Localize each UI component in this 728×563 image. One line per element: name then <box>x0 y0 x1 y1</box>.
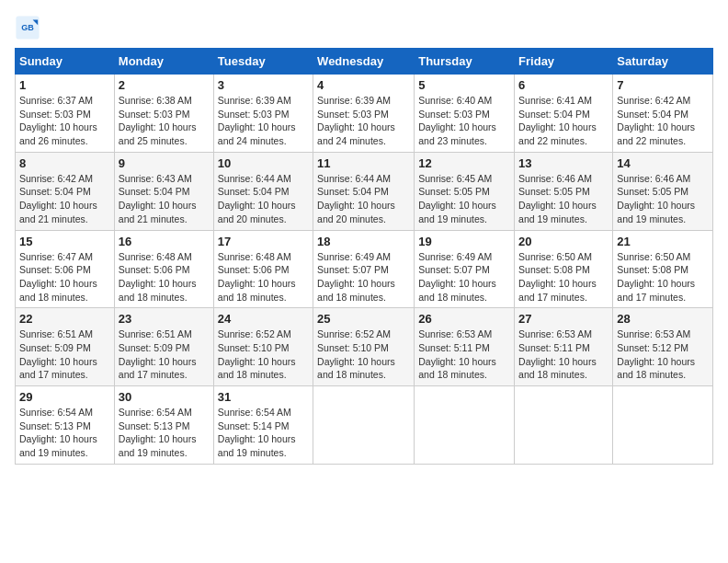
col-monday: Monday <box>114 49 213 75</box>
col-thursday: Thursday <box>415 49 515 75</box>
col-saturday: Saturday <box>613 49 713 75</box>
calendar-day-cell: 16Sunrise: 6:48 AMSunset: 5:06 PMDayligh… <box>114 230 213 308</box>
calendar-day-cell: 23Sunrise: 6:51 AMSunset: 5:09 PMDayligh… <box>114 308 213 386</box>
calendar-week-row: 1Sunrise: 6:37 AMSunset: 5:03 PMDaylight… <box>16 75 713 153</box>
col-friday: Friday <box>515 49 613 75</box>
calendar-day-cell: 17Sunrise: 6:48 AMSunset: 5:06 PMDayligh… <box>213 230 313 308</box>
calendar-week-row: 29Sunrise: 6:54 AMSunset: 5:13 PMDayligh… <box>16 386 713 465</box>
svg-text:GB: GB <box>21 23 34 32</box>
calendar-day-cell: 5Sunrise: 6:40 AMSunset: 5:03 PMDaylight… <box>415 75 515 153</box>
calendar-day-cell: 27Sunrise: 6:53 AMSunset: 5:11 PMDayligh… <box>515 308 613 386</box>
header-row: Sunday Monday Tuesday Wednesday Thursday… <box>16 49 713 75</box>
calendar-day-cell: 28Sunrise: 6:53 AMSunset: 5:12 PMDayligh… <box>613 308 713 386</box>
calendar-day-cell: 3Sunrise: 6:39 AMSunset: 5:03 PMDaylight… <box>213 75 313 153</box>
calendar-week-row: 22Sunrise: 6:51 AMSunset: 5:09 PMDayligh… <box>16 308 713 386</box>
empty-day-cell <box>515 386 613 465</box>
calendar-day-cell: 14Sunrise: 6:46 AMSunset: 5:05 PMDayligh… <box>613 152 713 230</box>
calendar-day-cell: 26Sunrise: 6:53 AMSunset: 5:11 PMDayligh… <box>415 308 515 386</box>
calendar-day-cell: 7Sunrise: 6:42 AMSunset: 5:04 PMDaylight… <box>613 75 713 153</box>
empty-day-cell <box>313 386 415 465</box>
logo-icon: GB <box>15 15 40 40</box>
calendar-day-cell: 13Sunrise: 6:46 AMSunset: 5:05 PMDayligh… <box>515 152 613 230</box>
calendar-day-cell: 10Sunrise: 6:44 AMSunset: 5:04 PMDayligh… <box>213 152 313 230</box>
calendar-day-cell: 30Sunrise: 6:54 AMSunset: 5:13 PMDayligh… <box>114 386 213 465</box>
calendar-day-cell: 2Sunrise: 6:38 AMSunset: 5:03 PMDaylight… <box>114 75 213 153</box>
page-header: GB <box>15 15 713 40</box>
calendar-day-cell: 15Sunrise: 6:47 AMSunset: 5:06 PMDayligh… <box>16 230 115 308</box>
calendar-day-cell: 9Sunrise: 6:43 AMSunset: 5:04 PMDaylight… <box>114 152 213 230</box>
calendar-day-cell: 29Sunrise: 6:54 AMSunset: 5:13 PMDayligh… <box>16 386 115 465</box>
calendar-day-cell: 31Sunrise: 6:54 AMSunset: 5:14 PMDayligh… <box>213 386 313 465</box>
calendar-table: Sunday Monday Tuesday Wednesday Thursday… <box>15 48 713 465</box>
calendar-week-row: 15Sunrise: 6:47 AMSunset: 5:06 PMDayligh… <box>16 230 713 308</box>
calendar-day-cell: 8Sunrise: 6:42 AMSunset: 5:04 PMDaylight… <box>16 152 115 230</box>
calendar-day-cell: 4Sunrise: 6:39 AMSunset: 5:03 PMDaylight… <box>313 75 415 153</box>
calendar-day-cell: 6Sunrise: 6:41 AMSunset: 5:04 PMDaylight… <box>515 75 613 153</box>
calendar-day-cell: 1Sunrise: 6:37 AMSunset: 5:03 PMDaylight… <box>16 75 115 153</box>
empty-day-cell <box>415 386 515 465</box>
calendar-day-cell: 19Sunrise: 6:49 AMSunset: 5:07 PMDayligh… <box>415 230 515 308</box>
calendar-week-row: 8Sunrise: 6:42 AMSunset: 5:04 PMDaylight… <box>16 152 713 230</box>
calendar-day-cell: 11Sunrise: 6:44 AMSunset: 5:04 PMDayligh… <box>313 152 415 230</box>
calendar-day-cell: 18Sunrise: 6:49 AMSunset: 5:07 PMDayligh… <box>313 230 415 308</box>
col-tuesday: Tuesday <box>213 49 313 75</box>
calendar-day-cell: 12Sunrise: 6:45 AMSunset: 5:05 PMDayligh… <box>415 152 515 230</box>
calendar-day-cell: 24Sunrise: 6:52 AMSunset: 5:10 PMDayligh… <box>213 308 313 386</box>
col-wednesday: Wednesday <box>313 49 415 75</box>
col-sunday: Sunday <box>16 49 115 75</box>
empty-day-cell <box>613 386 713 465</box>
logo: GB <box>15 15 44 40</box>
calendar-day-cell: 22Sunrise: 6:51 AMSunset: 5:09 PMDayligh… <box>16 308 115 386</box>
calendar-day-cell: 20Sunrise: 6:50 AMSunset: 5:08 PMDayligh… <box>515 230 613 308</box>
calendar-day-cell: 25Sunrise: 6:52 AMSunset: 5:10 PMDayligh… <box>313 308 415 386</box>
calendar-day-cell: 21Sunrise: 6:50 AMSunset: 5:08 PMDayligh… <box>613 230 713 308</box>
